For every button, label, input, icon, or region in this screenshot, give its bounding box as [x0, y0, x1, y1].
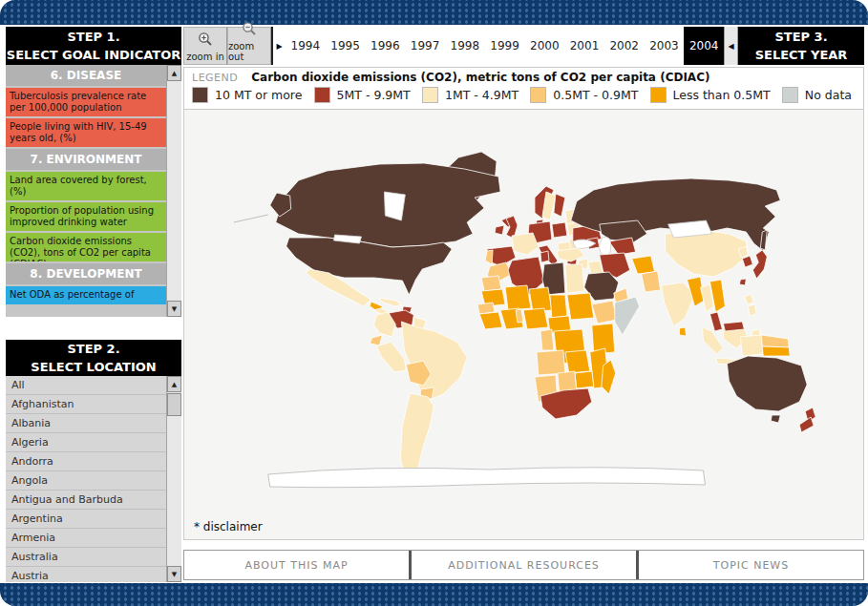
- map-region-philippines-south[interactable]: [748, 304, 756, 316]
- indicator-item[interactable]: People living with HIV, 15-49 years old,…: [6, 118, 166, 147]
- map-region-papua-new-guinea-north[interactable]: [761, 335, 789, 347]
- about-this-map-button[interactable]: ABOUT THIS MAP: [184, 551, 409, 579]
- map-region-mali[interactable]: [505, 285, 531, 310]
- year-1997[interactable]: 1997: [405, 27, 445, 65]
- year-scroll-left-icon[interactable]: ▶: [271, 27, 286, 65]
- map-region-western-sahara[interactable]: [481, 276, 501, 291]
- map-region-brazil[interactable]: [401, 322, 467, 401]
- map-region-guinea[interactable]: [479, 312, 502, 329]
- additional-resources-button[interactable]: ADDITIONAL RESOURCES: [409, 551, 636, 579]
- location-item[interactable]: Armenia: [6, 529, 166, 548]
- map-region-australia[interactable]: [727, 356, 807, 411]
- zoom-out-button[interactable]: zoom out: [227, 27, 271, 65]
- year-1995[interactable]: 1995: [326, 27, 366, 65]
- right-column: zoom in zoom out ▶ 199419951996199719981…: [183, 27, 864, 580]
- step3-header: STEP 3. SELECT YEAR: [738, 27, 864, 65]
- map-region-nigeria[interactable]: [523, 308, 548, 329]
- indicator-item[interactable]: Net ODA as percentage of: [6, 286, 166, 304]
- map-region-caspian-sea[interactable]: [600, 237, 611, 256]
- year-2002[interactable]: 2002: [604, 27, 645, 65]
- location-item[interactable]: All: [6, 376, 166, 395]
- map-region-papua-new-guinea-south[interactable]: [762, 346, 790, 356]
- indicator-item[interactable]: Tuberculosis prevalence rate per 100,000…: [6, 88, 166, 116]
- location-item[interactable]: Austria: [6, 567, 166, 582]
- map-region-usa[interactable]: [286, 238, 453, 295]
- step2-header: STEP 2. SELECT LOCATION: [6, 340, 181, 376]
- location-item[interactable]: Afghanistan: [6, 395, 166, 414]
- map-region-antarctica[interactable]: [268, 468, 706, 488]
- map-region-angola[interactable]: [537, 350, 565, 375]
- map-region-sudan[interactable]: [567, 293, 594, 320]
- year-1999[interactable]: 1999: [485, 27, 525, 65]
- step3-title-line2: SELECT YEAR: [755, 46, 848, 65]
- location-scroll-track[interactable]: [167, 392, 181, 566]
- map-region-tasmania[interactable]: [771, 415, 780, 423]
- location-item[interactable]: Australia: [6, 548, 166, 567]
- year-2001[interactable]: 2001: [564, 27, 604, 65]
- legend-item: 10 MT or more: [192, 87, 302, 103]
- map-region-philippines-north[interactable]: [744, 294, 753, 304]
- location-scroll-thumb[interactable]: [167, 393, 181, 416]
- map-region-zambia[interactable]: [565, 350, 590, 373]
- location-item[interactable]: Algeria: [6, 433, 166, 452]
- year-2004[interactable]: 2004: [684, 27, 724, 65]
- location-item[interactable]: Argentina: [6, 510, 166, 529]
- map-region-new-guinea-west[interactable]: [740, 335, 763, 356]
- indicator-item[interactable]: Proportion of population using improved …: [6, 202, 166, 231]
- map-region-egypt[interactable]: [565, 264, 584, 293]
- map-region-sri-lanka[interactable]: [680, 327, 687, 336]
- map-region-finland[interactable]: [554, 194, 565, 217]
- indicator-scroll-track[interactable]: [167, 81, 181, 301]
- topic-news-button[interactable]: TOPIC NEWS: [636, 551, 863, 579]
- map-region-tunisia[interactable]: [540, 251, 549, 262]
- map-region-zimbabwe[interactable]: [575, 371, 594, 388]
- map-region-gabon-congo[interactable]: [540, 329, 554, 350]
- year-2000[interactable]: 2000: [524, 27, 564, 65]
- map-region-france[interactable]: [512, 233, 539, 255]
- toolbar: zoom in zoom out ▶ 199419951996199719981…: [183, 27, 864, 65]
- map-region-chad[interactable]: [550, 295, 567, 318]
- scroll-up-icon[interactable]: ▲: [167, 376, 181, 392]
- location-scrollbar[interactable]: ▲ ▼: [166, 376, 181, 582]
- map-region-ireland[interactable]: [495, 225, 504, 235]
- year-1996[interactable]: 1996: [365, 27, 405, 65]
- map-region-poland[interactable]: [552, 222, 567, 238]
- map-region-malaysia[interactable]: [709, 312, 722, 331]
- map-region-ethiopia[interactable]: [592, 301, 617, 324]
- year-1998[interactable]: 1998: [445, 27, 485, 65]
- scroll-down-icon[interactable]: ▼: [167, 566, 181, 582]
- map-region-cuba[interactable]: [379, 298, 401, 306]
- year-1994[interactable]: 1994: [286, 27, 326, 65]
- scroll-down-icon[interactable]: ▼: [167, 301, 181, 317]
- indicator-item[interactable]: Land area covered by forest, (%): [6, 172, 166, 200]
- year-2003[interactable]: 2003: [645, 27, 685, 65]
- disclaimer-link[interactable]: * disclaimer: [194, 520, 263, 533]
- scroll-up-icon[interactable]: ▲: [167, 65, 181, 81]
- map-region-aleutians[interactable]: [234, 215, 268, 222]
- legend-item-label: 5MT - 9.9MT: [337, 88, 411, 102]
- zoom-in-button[interactable]: zoom in: [183, 27, 227, 65]
- map-region-new-zealand-south[interactable]: [799, 417, 814, 432]
- map-region-turkey[interactable]: [557, 248, 584, 261]
- location-item[interactable]: Angola: [6, 471, 166, 491]
- map-region-hudson-bay[interactable]: [384, 192, 405, 220]
- location-item[interactable]: Andorra: [6, 452, 166, 471]
- map-region-borneo-malaysia[interactable]: [723, 322, 744, 331]
- year-scroll-right-icon[interactable]: ◀: [724, 27, 738, 65]
- map-region-sumatra[interactable]: [702, 327, 723, 354]
- map-region-senegal[interactable]: [477, 303, 495, 314]
- map-region-pakistan[interactable]: [642, 271, 661, 292]
- map-region-taiwan[interactable]: [739, 279, 746, 285]
- step1-title-line1: STEP 1.: [67, 28, 119, 47]
- indicator-scrollbar[interactable]: ▲ ▼: [166, 65, 181, 317]
- map-region-afghanistan[interactable]: [632, 256, 655, 274]
- map-region-madagascar[interactable]: [602, 360, 616, 394]
- map-region-portugal[interactable]: [485, 250, 493, 264]
- location-item[interactable]: Antigua and Barbuda: [6, 491, 166, 510]
- map-region-somalia[interactable]: [615, 297, 640, 335]
- map-region-japan[interactable]: [752, 250, 767, 279]
- location-item[interactable]: Albania: [6, 414, 166, 433]
- map-region-peru[interactable]: [376, 342, 406, 372]
- indicator-item[interactable]: Carbon dioxide emissions (CO2), tons of …: [6, 233, 166, 261]
- map-region-ecuador[interactable]: [370, 335, 382, 345]
